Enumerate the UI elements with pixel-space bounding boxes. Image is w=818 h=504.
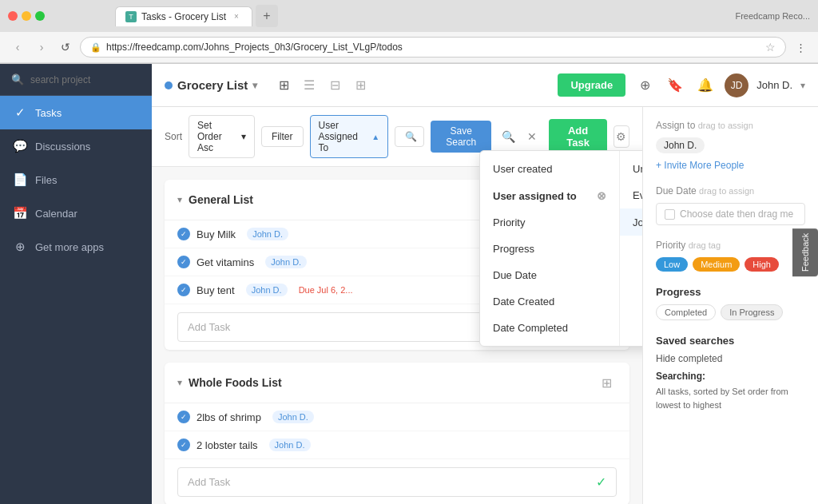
progress-inprogress-tag[interactable]: In Progress [721, 304, 783, 320]
search-action-close-icon[interactable]: ✕ [522, 126, 542, 147]
browser-titlebar: T Tasks - Grocery List × + Freedcamp Rec… [0, 0, 818, 32]
traffic-lights [8, 11, 45, 21]
task-checkbox[interactable]: ✓ [177, 256, 190, 268]
filter-dropdown-trigger[interactable]: User Assigned To ▲ [310, 115, 389, 158]
progress-completed-tag[interactable]: Completed [656, 304, 716, 320]
add-icon-button[interactable]: ⊕ [633, 74, 656, 97]
progress-title: Progress [656, 286, 805, 298]
check-mark-icon: ✓ [181, 441, 187, 449]
filter-up-arrow-icon: ▲ [371, 133, 379, 141]
wholefoods-list-options-icon[interactable]: ⊞ [596, 372, 617, 393]
browser-tab[interactable]: T Tasks - Grocery List × [115, 6, 252, 26]
task-group-wholefoods-header[interactable]: ▾ Whole Foods List ⊞ [165, 363, 629, 403]
address-bar[interactable]: 🔒 https://freedcamp.com/Johns_Projects_0… [80, 37, 786, 58]
filter-option-progress-label: Progress [493, 243, 534, 255]
task-checkbox[interactable]: ✓ [177, 439, 190, 451]
bookmark-icon-button[interactable]: 🔖 [664, 74, 686, 97]
searching-label: Searching: [656, 371, 805, 382]
app-header: Grocery List ▾ ⊞ ☰ ⊟ ⊞ Upgrade ⊕ 🔖 🔔 JD … [152, 64, 818, 107]
upgrade-button[interactable]: Upgrade [558, 73, 625, 97]
priority-high-tag[interactable]: High [745, 257, 779, 272]
content-wrapper: Sort Set Order Asc ▾ Filter User Assigne… [152, 107, 818, 504]
filter-option-date-created[interactable]: Date Created [480, 288, 619, 315]
more-apps-icon: ⊕ [13, 240, 27, 254]
saved-search-item[interactable]: Hide completed [656, 353, 805, 364]
project-chevron-icon[interactable]: ▾ [252, 80, 257, 91]
task-checkbox[interactable]: ✓ [177, 284, 190, 296]
browser-chrome: T Tasks - Grocery List × + Freedcamp Rec… [0, 0, 818, 64]
sidebar-item-files[interactable]: 📄 Files [0, 163, 152, 196]
add-task-button[interactable]: Add Task [549, 119, 606, 154]
back-button[interactable]: ‹ [8, 38, 27, 57]
sidebar-item-calendar[interactable]: 📅 Calendar [0, 196, 152, 230]
filter-option-remove-icon[interactable]: ⊗ [597, 189, 606, 202]
filter-option-due-date-label: Due Date [493, 269, 537, 281]
forward-button[interactable]: › [32, 38, 51, 57]
sort-value: Set Order Asc [197, 120, 236, 153]
priority-low-tag[interactable]: Low [656, 257, 688, 272]
refresh-button[interactable]: ↺ [56, 38, 75, 57]
due-date-input[interactable]: Choose date then drag me [656, 203, 805, 225]
task-checkbox[interactable]: ✓ [177, 228, 190, 240]
user-chevron-icon[interactable]: ▾ [800, 80, 805, 91]
tab-close-button[interactable]: × [231, 11, 242, 22]
sidebar-item-more-apps-label: Get more apps [35, 241, 104, 253]
filter-option-user-assigned[interactable]: User assigned to ⊗ [480, 182, 619, 209]
window-controls: Freedcamp Reco... [735, 11, 810, 21]
search-action-search-icon[interactable]: 🔍 [498, 126, 518, 147]
sidebar-item-tasks-label: Tasks [35, 107, 62, 119]
bookmark-icon[interactable]: ☆ [765, 41, 776, 54]
date-checkbox[interactable] [665, 209, 675, 220]
table-view-icon[interactable]: ⊞ [350, 75, 371, 96]
filter-option-due-date[interactable]: Due Date [480, 262, 619, 288]
general-list-toggle-icon[interactable]: ▾ [177, 194, 182, 205]
filter-option-progress[interactable]: Progress [480, 236, 619, 262]
app-container: 🔍 ✓ Tasks 💬 Discussions 📄 Files 📅 Calend… [0, 64, 818, 504]
task-name: Buy Milk [197, 228, 236, 240]
filter-option-date-completed[interactable]: Date Completed [480, 315, 619, 341]
sidebar: 🔍 ✓ Tasks 💬 Discussions 📄 Files 📅 Calend… [0, 64, 152, 504]
wholefoods-list-toggle-icon[interactable]: ▾ [177, 377, 182, 388]
task-tag: John D. [269, 439, 311, 451]
extensions-button[interactable]: ⋮ [791, 38, 810, 57]
grid-view-icon[interactable]: ⊞ [273, 75, 294, 96]
notification-icon-button[interactable]: 🔔 [694, 74, 717, 97]
add-task-input-wholefoods[interactable]: Add Task ✓ [177, 467, 617, 497]
project-name: Grocery List ▾ [165, 78, 257, 92]
filter-option-priority[interactable]: Priority [480, 209, 619, 236]
list-view-icon[interactable]: ☰ [299, 75, 320, 96]
filter-option-user-created[interactable]: User created [480, 156, 619, 182]
due-date-placeholder: Choose date then drag me [680, 208, 793, 220]
task-checkbox[interactable]: ✓ [177, 411, 190, 423]
maximize-traffic-light[interactable] [35, 11, 45, 21]
sidebar-item-tasks[interactable]: ✓ Tasks [0, 96, 152, 129]
new-tab-button[interactable]: + [256, 5, 278, 27]
invite-link[interactable]: + Invite More People [656, 160, 805, 171]
priority-medium-tag[interactable]: Medium [693, 257, 740, 272]
view-icons: ⊞ ☰ ⊟ ⊞ [273, 75, 371, 96]
search-icon: 🔍 [405, 131, 417, 142]
filter-button[interactable]: Filter [261, 126, 304, 147]
filter-value-everyone[interactable]: Everyone [620, 182, 642, 208]
task-tag: John D. [246, 284, 288, 296]
sidebar-search-input[interactable] [30, 74, 141, 85]
minimize-traffic-light[interactable] [22, 11, 31, 21]
sidebar-item-discussions-label: Discussions [35, 141, 90, 153]
filter-value-unassigned[interactable]: Unassigned [620, 156, 642, 182]
settings-gear-icon[interactable]: ⚙ [614, 125, 629, 148]
filter-value-john[interactable]: John D. (Me) ⊗ [620, 208, 642, 236]
board-view-icon[interactable]: ⊟ [324, 75, 345, 96]
assign-title: Assign to drag to assign [656, 120, 805, 131]
save-search-button[interactable]: Save Search [431, 121, 491, 153]
saved-searches-section: Saved searches Hide completed Searching:… [656, 335, 805, 411]
close-traffic-light[interactable] [8, 11, 18, 21]
priority-section: Priority drag tag Low Medium High [656, 240, 805, 272]
feedback-tab[interactable]: Feedback [792, 228, 818, 276]
task-item: ✓ 2 lobster tails John D. [165, 431, 629, 459]
sidebar-item-more-apps[interactable]: ⊕ Get more apps [0, 230, 152, 264]
sidebar-item-discussions[interactable]: 💬 Discussions [0, 129, 152, 163]
due-date-title: Due Date drag to assign [656, 185, 805, 196]
sort-select[interactable]: Set Order Asc ▾ [189, 115, 255, 158]
task-name: Buy tent [197, 284, 235, 296]
task-group-wholefoods: ▾ Whole Foods List ⊞ ✓ 2lbs of shrimp Jo… [165, 363, 629, 504]
